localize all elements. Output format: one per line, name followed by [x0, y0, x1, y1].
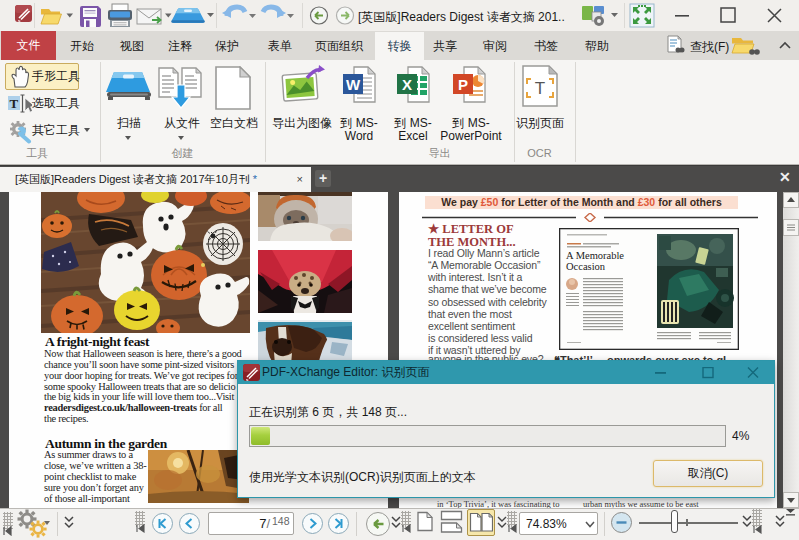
svg-text:Occasion: Occasion — [566, 261, 606, 272]
svg-text:X: X — [402, 76, 412, 93]
svg-text:T: T — [10, 96, 19, 111]
svg-text:W: W — [346, 76, 361, 93]
svg-text:P: P — [458, 76, 468, 93]
svg-text:T: T — [535, 79, 545, 98]
svg-text:A Memorable: A Memorable — [566, 250, 624, 261]
